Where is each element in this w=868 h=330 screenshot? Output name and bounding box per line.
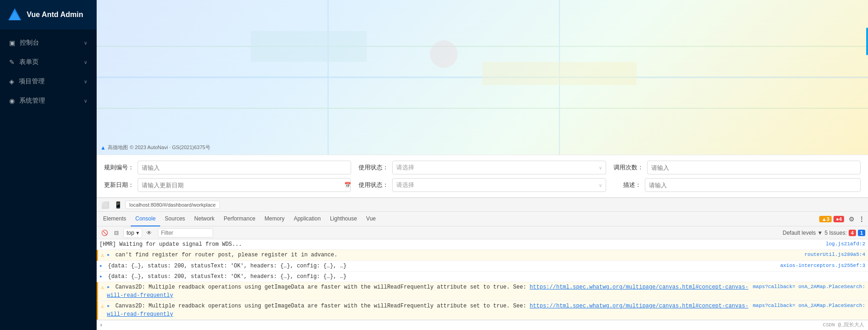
canvas-link-1[interactable]: https://html.spec.whatwg.org/multipage/c… — [107, 284, 748, 299]
device-icon[interactable]: 📱 — [112, 199, 123, 210]
tab-sources[interactable]: Sources — [160, 212, 190, 226]
console-filter — [158, 228, 213, 237]
warn-icon-1: ⚠ — [101, 251, 104, 260]
console-msg-router-warn: ⚠ ▸ can't find register for router post,… — [97, 250, 868, 261]
sidebar-item-project-label: 项目管理 — [19, 77, 45, 86]
warn-icon-3: ⚠ — [101, 302, 104, 311]
description-label: 描述： — [613, 181, 641, 189]
form-row-1: 规则编号： 使用状态： 请选择 ∨ 调用次数： — [104, 159, 861, 176]
issues-red-count: 4 — [849, 230, 856, 236]
sidebar-item-dashboard[interactable]: ▣ 控制台 ∨ — [0, 33, 97, 52]
tab-lighthouse[interactable]: Lighthouse — [325, 212, 362, 226]
canvas-link-2[interactable]: https://html.spec.whatwg.org/multipage/c… — [107, 303, 748, 318]
scroll-indicator — [866, 28, 868, 55]
sidebar-item-system[interactable]: ◉ 系统管理 ∨ — [0, 91, 97, 110]
sidebar-item-form-label: 表单页 — [19, 58, 39, 66]
map-svg — [97, 0, 868, 155]
settings-icon[interactable]: ⚙ — [846, 214, 857, 225]
canvas-warn-text-2: ▸ Canvas2D: Multiple readback operations… — [107, 302, 749, 318]
axios-source-1[interactable]: axios-interceptors.js255ef:3 — [780, 262, 865, 270]
chevron-down-icon-3: ∨ — [84, 79, 87, 85]
hmr-source[interactable]: log.js21afd:2 — [826, 240, 865, 248]
inspect-icon[interactable]: ⬜ — [99, 199, 110, 210]
console-msg-hmr: [HMR] Waiting for update signal from WDS… — [97, 239, 868, 250]
axios-text-2: ▸ {data: {…}, status: 200, statusText: '… — [99, 272, 862, 281]
console-msg-axios-1: ▸ {data: {…}, status: 200, statusText: '… — [97, 261, 868, 272]
call-count-label: 调用次数： — [613, 163, 643, 172]
hmr-text: [HMR] Waiting for update signal from WDS… — [99, 240, 822, 249]
sidebar-menu: ▣ 控制台 ∨ ✎ 表单页 ∨ ◈ 项目管理 ∨ — [0, 29, 97, 330]
sidebar-item-form[interactable]: ✎ 表单页 ∨ — [0, 52, 97, 72]
logo: Vue Antd Admin — [0, 0, 97, 29]
console-msg-canvas-1: ⚠ ▸ Canvas2D: Multiple readback operatio… — [97, 282, 868, 301]
form-field-call-count: 调用次数： — [613, 161, 861, 174]
issues-section: Default levels ▼ 5 Issues: 4 1 — [782, 230, 865, 236]
system-icon: ◉ — [9, 97, 15, 104]
svg-point-9 — [430, 41, 457, 68]
call-count-input[interactable] — [647, 161, 861, 174]
rule-number-input[interactable] — [138, 161, 351, 174]
use-status-2-label: 使用状态： — [359, 181, 388, 189]
router-warn-source[interactable]: routerUtil.js289a5:4 — [804, 251, 865, 259]
issues-label: 5 Issues: — [825, 230, 847, 236]
csdn-watermark: CSDN @_院长大人 — [823, 321, 864, 329]
map-watermark: ▲ 高德地图 © 2023 AutoNavi · GS(2021)6375号 — [100, 144, 210, 151]
collapse-icon-1[interactable]: ▸ — [107, 252, 110, 258]
canvas-source-1[interactable]: maps?callback= onA_2AMap.PlaceSearch: — [753, 283, 865, 291]
project-icon: ◈ — [9, 78, 14, 85]
collapse-icon-5[interactable]: ▸ — [107, 303, 110, 309]
rule-number-label: 规则编号： — [104, 163, 134, 172]
console-msg-axios-2: ▸ {data: {…}, status: 200, statusText: '… — [97, 272, 868, 282]
svg-rect-8 — [482, 62, 637, 85]
form-area: 规则编号： 使用状态： 请选择 ∨ 调用次数： 更新日期： — [97, 155, 868, 197]
update-date-label: 更新日期： — [104, 181, 134, 189]
console-messages: [HMR] Waiting for update signal from WDS… — [97, 239, 868, 330]
map-area: ▲ 高德地图 © 2023 AutoNavi · GS(2021)6375号 — [97, 0, 868, 155]
devtools-badges: ▲3 ●4 — [819, 216, 844, 222]
warning-badge: ▲3 — [819, 216, 832, 222]
canvas-source-2[interactable]: maps?callback= onA_2AMap.PlaceSearch: — [753, 302, 865, 310]
collapse-icon-2[interactable]: ▸ — [99, 263, 103, 269]
collapse-all-icon[interactable]: ⊟ — [111, 228, 122, 238]
tab-performance[interactable]: Performance — [219, 212, 260, 226]
form-field-description: 描述： — [613, 178, 861, 192]
chevron-select-icon-1: ∨ — [599, 165, 602, 170]
axios-text-1: ▸ {data: {…}, status: 200, statusText: '… — [99, 262, 776, 270]
logo-text: Vue Antd Admin — [27, 11, 83, 19]
map-background — [97, 0, 868, 155]
tab-console[interactable]: Console — [131, 212, 160, 226]
collapse-icon-4[interactable]: ▸ — [107, 284, 110, 290]
sidebar: Vue Antd Admin ▣ 控制台 ∨ ✎ 表单页 ∨ ◈ 项 — [0, 0, 97, 330]
clear-console-icon[interactable]: 🚫 — [99, 228, 110, 238]
console-prompt[interactable]: › — [97, 320, 868, 330]
top-label: top — [127, 230, 134, 236]
issues-blue-count: 1 — [858, 230, 865, 236]
sidebar-item-dashboard-label: 控制台 — [20, 39, 39, 47]
use-status-2-select[interactable]: 请选择 ∨ — [392, 178, 606, 192]
default-levels[interactable]: Default levels ▼ — [782, 230, 822, 236]
error-badge: ●4 — [833, 216, 844, 222]
calendar-icon: 📅 — [344, 182, 351, 188]
use-status-1-select[interactable]: 请选择 ∨ — [392, 161, 606, 174]
devtools-tabs-bar: Elements Console Sources Network Perform… — [97, 212, 868, 226]
description-input[interactable] — [645, 178, 861, 192]
prompt-icon: › — [99, 321, 103, 330]
dashboard-icon: ▣ — [9, 39, 15, 46]
tab-vue[interactable]: Vue — [362, 212, 381, 226]
form-field-update-date: 更新日期： 📅 — [104, 178, 351, 192]
tab-elements[interactable]: Elements — [98, 212, 131, 226]
collapse-icon-3[interactable]: ▸ — [99, 273, 103, 280]
tab-network[interactable]: Network — [190, 212, 219, 226]
more-icon[interactable]: ⋮ — [857, 214, 866, 225]
sidebar-item-project[interactable]: ◈ 项目管理 ∨ — [0, 72, 97, 91]
tab-memory[interactable]: Memory — [260, 212, 289, 226]
form-field-use-status-2: 使用状态： 请选择 ∨ — [359, 178, 606, 192]
dropdown-arrow-icon: ▾ — [136, 230, 139, 236]
tab-application[interactable]: Application — [289, 212, 325, 226]
filter-input[interactable] — [158, 228, 213, 237]
update-date-input[interactable] — [138, 178, 351, 192]
top-dropdown[interactable]: top ▾ — [123, 228, 142, 238]
map-logo-icon: ▲ — [100, 145, 106, 151]
map-copyright: © 2023 AutoNavi · GS(2021)6375号 — [130, 144, 210, 151]
eye-icon[interactable]: 👁 — [144, 228, 154, 238]
